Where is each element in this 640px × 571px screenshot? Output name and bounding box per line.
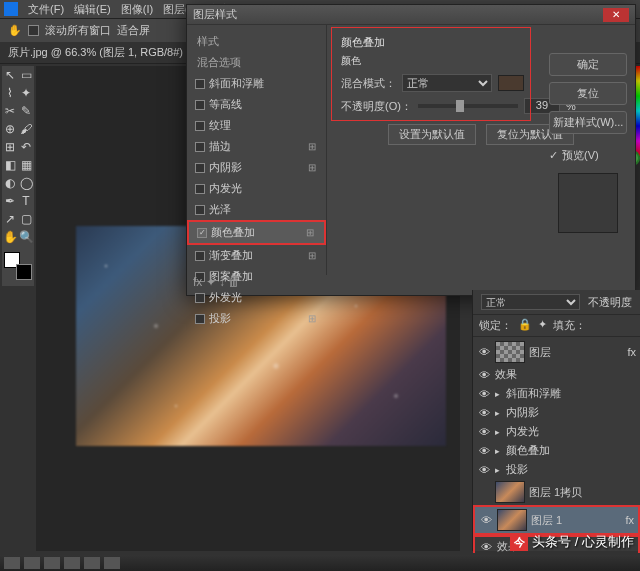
checkbox-icon[interactable] (195, 100, 205, 110)
style-inner-glow[interactable]: 内发光 (187, 178, 326, 199)
path-tool-icon[interactable]: ↗ (2, 210, 18, 228)
layer-thumb[interactable] (495, 481, 525, 503)
taskbar-icon[interactable] (84, 557, 100, 569)
taskbar-icon[interactable] (44, 557, 60, 569)
eyedrop-tool-icon[interactable]: ✎ (18, 102, 34, 120)
layer-thumb[interactable] (497, 509, 527, 531)
fx-inner-glow[interactable]: 👁▸内发光 (473, 422, 640, 441)
crop-tool-icon[interactable]: ✂ (2, 102, 18, 120)
move-tool-icon[interactable]: ↖ (2, 66, 18, 84)
plus-icon[interactable]: ⊞ (308, 250, 316, 261)
eye-icon[interactable]: 👁 (477, 388, 491, 400)
hand-tool-icon[interactable]: ✋ (2, 228, 18, 246)
slider-thumb-icon[interactable] (456, 100, 464, 112)
background-swatch[interactable] (16, 264, 32, 280)
taskbar-icon[interactable] (24, 557, 40, 569)
plus-icon[interactable]: ⊞ (308, 162, 316, 173)
checkbox-icon[interactable]: ✓ (197, 228, 207, 238)
dialog-titlebar[interactable]: 图层样式 ✕ (187, 5, 635, 25)
color-swatches[interactable] (4, 252, 32, 280)
fx-drop-shadow[interactable]: 👁▸投影 (473, 460, 640, 479)
plus-icon[interactable]: ⊞ (308, 313, 316, 324)
layer-row[interactable]: 图层 1拷贝 (473, 479, 640, 505)
style-color-overlay[interactable]: ✓颜色叠加⊞ (187, 220, 326, 245)
plus-icon[interactable]: ⊞ (308, 141, 316, 152)
eye-icon[interactable]: 👁 (477, 445, 491, 457)
type-tool-icon[interactable]: T (18, 192, 34, 210)
checkbox-icon[interactable] (195, 205, 205, 215)
lock-icon[interactable]: 🔒 (518, 318, 532, 333)
eye-icon[interactable]: 👁 (477, 464, 491, 476)
preview-checkbox[interactable]: ✓ (549, 149, 558, 162)
styles-header[interactable]: 样式 (187, 31, 326, 52)
opacity-slider[interactable] (418, 104, 518, 108)
fx-color-overlay[interactable]: 👁▸颜色叠加 (473, 441, 640, 460)
fit-screen-button[interactable]: 适合屏 (117, 23, 150, 38)
menu-edit[interactable]: 编辑(E) (70, 2, 115, 17)
scroll-all-checkbox[interactable] (28, 25, 39, 36)
ok-button[interactable]: 确定 (549, 53, 627, 76)
menu-image[interactable]: 图像(I) (117, 2, 157, 17)
toutiao-logo-icon: 今 (510, 533, 528, 551)
pen-tool-icon[interactable]: ✒ (2, 192, 18, 210)
eye-icon[interactable]: 👁 (477, 407, 491, 419)
eye-icon[interactable]: 👁 (477, 426, 491, 438)
fx-badge[interactable]: fx (625, 514, 634, 526)
menu-file[interactable]: 文件(F) (24, 2, 68, 17)
eye-icon[interactable]: 👁 (479, 514, 493, 526)
shape-tool-icon[interactable]: ▢ (18, 210, 34, 228)
lock-icon[interactable]: ✦ (538, 318, 547, 333)
eye-icon[interactable]: 👁 (477, 346, 491, 358)
fx-effects[interactable]: 👁效果 (473, 365, 640, 384)
scroll-all-label: 滚动所有窗口 (45, 23, 111, 38)
checkbox-icon[interactable] (195, 184, 205, 194)
style-drop-shadow[interactable]: 投影⊞ (187, 308, 326, 329)
brush-tool-icon[interactable]: 🖌 (18, 120, 34, 138)
eraser-tool-icon[interactable]: ◧ (2, 156, 18, 174)
blend-mode-dropdown[interactable]: 正常 (481, 294, 580, 310)
stamp-tool-icon[interactable]: ⊞ (2, 138, 18, 156)
checkbox-icon[interactable] (195, 142, 205, 152)
wand-tool-icon[interactable]: ✦ (18, 84, 34, 102)
layer-row[interactable]: 👁图层fx (473, 339, 640, 365)
checkbox-icon[interactable] (195, 314, 205, 324)
new-style-button[interactable]: 新建样式(W)... (549, 111, 627, 134)
taskbar-icon[interactable] (4, 557, 20, 569)
fx-inner-shadow[interactable]: 👁▸内阴影 (473, 403, 640, 422)
checkbox-icon[interactable] (195, 121, 205, 131)
blur-tool-icon[interactable]: ◐ (2, 174, 18, 192)
set-default-button[interactable]: 设置为默认值 (388, 124, 476, 145)
checkbox-icon[interactable] (195, 79, 205, 89)
fx-badge[interactable]: fx (627, 346, 636, 358)
style-stroke[interactable]: 描边⊞ (187, 136, 326, 157)
style-bevel[interactable]: 斜面和浮雕 (187, 73, 326, 94)
eye-icon[interactable]: 👁 (479, 541, 493, 553)
marquee-tool-icon[interactable]: ▭ (18, 66, 34, 84)
style-gradient-overlay[interactable]: 渐变叠加⊞ (187, 245, 326, 266)
close-icon[interactable]: ✕ (603, 8, 629, 22)
checkbox-icon[interactable] (195, 251, 205, 261)
preview-box (558, 173, 618, 233)
checkbox-icon[interactable] (195, 163, 205, 173)
taskbar-icon[interactable] (104, 557, 120, 569)
checkbox-icon[interactable] (195, 293, 205, 303)
style-outer-glow[interactable]: 外发光 (187, 287, 326, 308)
gradient-tool-icon[interactable]: ▦ (18, 156, 34, 174)
history-tool-icon[interactable]: ↶ (18, 138, 34, 156)
fx-bevel[interactable]: 👁▸斜面和浮雕 (473, 384, 640, 403)
heal-tool-icon[interactable]: ⊕ (2, 120, 18, 138)
style-texture[interactable]: 纹理 (187, 115, 326, 136)
zoom-tool-icon[interactable]: 🔍 (18, 228, 34, 246)
plus-icon[interactable]: ⊞ (306, 227, 314, 238)
eye-icon[interactable]: 👁 (477, 369, 491, 381)
dodge-tool-icon[interactable]: ◯ (18, 174, 34, 192)
cancel-button[interactable]: 复位 (549, 82, 627, 105)
style-contour[interactable]: 等高线 (187, 94, 326, 115)
style-satin[interactable]: 光泽 (187, 199, 326, 220)
lasso-tool-icon[interactable]: ⌇ (2, 84, 18, 102)
taskbar-icon[interactable] (64, 557, 80, 569)
blend-options[interactable]: 混合选项 (187, 52, 326, 73)
layer-row-selected[interactable]: 👁图层 1fx (473, 505, 640, 535)
style-inner-shadow[interactable]: 内阴影⊞ (187, 157, 326, 178)
layer-thumb[interactable] (495, 341, 525, 363)
